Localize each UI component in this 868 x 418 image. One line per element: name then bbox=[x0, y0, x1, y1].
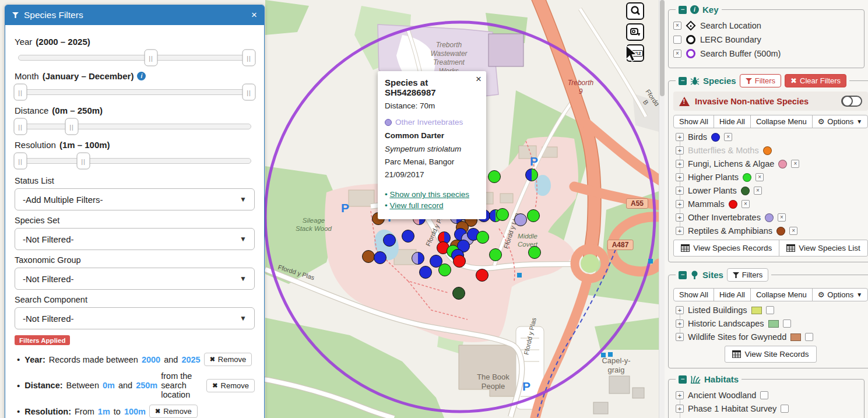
expand-group-icon[interactable]: + bbox=[676, 173, 684, 181]
status-list-select[interactable]: -Add Multiple Filters-▼ bbox=[15, 188, 255, 210]
expand-habitat-icon[interactable]: + bbox=[676, 405, 684, 413]
year-min-handle[interactable]: || bbox=[145, 50, 158, 66]
month-max-handle[interactable]: || bbox=[243, 84, 256, 101]
view-species-records-button[interactable]: View Species Records bbox=[673, 240, 779, 257]
year-slider[interactable]: || || bbox=[18, 48, 251, 68]
collapse-habitats-icon[interactable]: − bbox=[679, 375, 687, 384]
collapse-species-menu-button[interactable]: Collapse Menu bbox=[750, 115, 813, 128]
view-site-records-button[interactable]: View Site Records bbox=[725, 346, 816, 363]
species-record-dot[interactable] bbox=[527, 209, 540, 222]
show-all-species-button[interactable]: Show All bbox=[673, 115, 714, 128]
expand-site-icon[interactable]: + bbox=[676, 306, 684, 314]
species-record-dot[interactable] bbox=[362, 250, 375, 263]
species-record-dot[interactable] bbox=[374, 251, 386, 264]
remove-year-filter-button[interactable]: ✖Remove bbox=[204, 353, 252, 366]
collapse-species-icon[interactable]: − bbox=[679, 77, 687, 85]
key-item: ×Search Buffer (500m) bbox=[673, 48, 859, 59]
remove-resolution-filter-button[interactable]: ✖Remove bbox=[149, 405, 198, 418]
species-record-dot[interactable] bbox=[489, 248, 502, 261]
site-layer-checkbox[interactable] bbox=[766, 306, 774, 314]
expand-group-icon[interactable]: + bbox=[676, 213, 684, 222]
remove-group-checkbox[interactable]: × bbox=[791, 160, 799, 168]
year-max-handle[interactable]: || bbox=[243, 50, 256, 66]
hide-all-sites-button[interactable]: Hide All bbox=[714, 288, 751, 301]
key-checkbox[interactable]: × bbox=[673, 22, 681, 30]
species-options-button[interactable]: ⚙ Options ▼ bbox=[812, 115, 868, 128]
species-record-dot[interactable] bbox=[514, 213, 527, 226]
measure-button[interactable] bbox=[626, 23, 644, 41]
clear-species-filters-button[interactable]: ✖Clear Filters bbox=[785, 74, 846, 87]
expand-habitat-icon[interactable]: + bbox=[676, 391, 684, 399]
species-record-dot[interactable] bbox=[452, 287, 465, 300]
show-all-sites-button[interactable]: Show All bbox=[673, 288, 714, 301]
species-record-dot[interactable] bbox=[383, 234, 396, 247]
species-title: Species bbox=[703, 76, 736, 86]
month-info-icon[interactable]: i bbox=[137, 72, 146, 80]
species-record-dot[interactable] bbox=[476, 231, 489, 244]
key-checkbox[interactable]: × bbox=[673, 50, 681, 58]
remove-group-checkbox[interactable]: × bbox=[755, 173, 764, 181]
remove-group-checkbox[interactable]: × bbox=[789, 227, 797, 235]
expand-group-icon[interactable]: + bbox=[676, 200, 684, 208]
circle-purple-icon bbox=[686, 48, 696, 59]
remove-group-checkbox[interactable]: × bbox=[754, 187, 762, 195]
collapse-sites-menu-button[interactable]: Collapse Menu bbox=[750, 288, 813, 301]
view-species-list-button[interactable]: View Species List bbox=[779, 240, 868, 257]
resolution-max-handle[interactable]: || bbox=[77, 153, 90, 170]
habitat-layer-checkbox[interactable] bbox=[781, 405, 789, 413]
remove-distance-filter-button[interactable]: ✖Remove bbox=[206, 379, 255, 392]
search-component-select[interactable]: -Not Filtered-▼ bbox=[15, 307, 255, 329]
expand-group-icon[interactable]: + bbox=[676, 187, 684, 195]
month-slider[interactable]: || || bbox=[18, 82, 251, 102]
taxonomic-group-select[interactable]: -Not Filtered-▼ bbox=[15, 268, 255, 290]
species-record-dot[interactable] bbox=[412, 252, 424, 265]
resolution-slider[interactable]: || || bbox=[18, 151, 251, 171]
species-record-dot[interactable] bbox=[453, 255, 466, 268]
applied-filter-resolution: • Resolution: From 1m to 100m ✖Remove bbox=[15, 405, 255, 418]
species-record-dot[interactable] bbox=[496, 208, 509, 221]
month-min-handle[interactable]: || bbox=[14, 84, 27, 101]
habitat-layer-checkbox[interactable] bbox=[760, 391, 768, 399]
expand-group-icon[interactable]: + bbox=[676, 227, 684, 235]
scrollbar-thumb[interactable] bbox=[660, 0, 665, 96]
show-only-species-link[interactable]: • Show only this species bbox=[385, 190, 479, 199]
remove-group-checkbox[interactable]: × bbox=[742, 200, 750, 208]
expand-group-icon[interactable]: + bbox=[676, 133, 684, 141]
species-record-dot[interactable] bbox=[476, 269, 489, 282]
species-record-dot[interactable] bbox=[402, 230, 414, 243]
species-record-dot[interactable] bbox=[525, 168, 538, 181]
panel-close-icon[interactable]: × bbox=[251, 9, 257, 21]
collapse-sites-icon[interactable]: − bbox=[679, 271, 687, 279]
species-record-dot[interactable] bbox=[488, 170, 501, 183]
remove-group-checkbox[interactable]: × bbox=[724, 133, 732, 141]
site-layer-checkbox[interactable] bbox=[805, 333, 813, 341]
filter-icon bbox=[12, 12, 19, 18]
view-full-record-link[interactable]: • View full record bbox=[385, 201, 479, 210]
invasive-toggle[interactable] bbox=[841, 96, 862, 107]
hide-all-species-button[interactable]: Hide All bbox=[714, 115, 751, 128]
remove-group-checkbox[interactable]: × bbox=[778, 213, 786, 222]
species-set-select[interactable]: -Not Filtered-▼ bbox=[15, 228, 255, 250]
species-record-dot[interactable] bbox=[438, 264, 451, 276]
distance-max-handle[interactable]: || bbox=[65, 118, 79, 135]
distance-slider[interactable]: || || bbox=[18, 117, 251, 136]
expand-group-icon[interactable]: + bbox=[676, 146, 684, 154]
locate-search-button[interactable] bbox=[626, 2, 644, 20]
sites-filters-button[interactable]: Filters bbox=[727, 268, 768, 282]
resolution-min-handle[interactable]: || bbox=[14, 153, 27, 170]
expand-site-icon[interactable]: + bbox=[676, 333, 684, 341]
right-panel-scrollbar[interactable] bbox=[659, 0, 665, 418]
collapse-key-icon[interactable]: − bbox=[679, 6, 687, 14]
expand-site-icon[interactable]: + bbox=[676, 319, 684, 328]
species-record-dot[interactable] bbox=[528, 246, 541, 259]
sites-options-button[interactable]: ⚙ Options ▼ bbox=[812, 288, 868, 301]
info-icon[interactable]: i bbox=[690, 5, 699, 14]
site-layer-checkbox[interactable] bbox=[783, 319, 791, 328]
key-checkbox[interactable] bbox=[673, 36, 681, 44]
popup-close-icon[interactable]: × bbox=[476, 73, 482, 85]
expand-group-icon[interactable]: + bbox=[676, 160, 684, 168]
grass-icon bbox=[690, 375, 701, 384]
species-filters-button[interactable]: Filters bbox=[740, 74, 781, 87]
distance-min-handle[interactable]: || bbox=[14, 118, 27, 135]
species-record-dot[interactable] bbox=[419, 266, 432, 279]
